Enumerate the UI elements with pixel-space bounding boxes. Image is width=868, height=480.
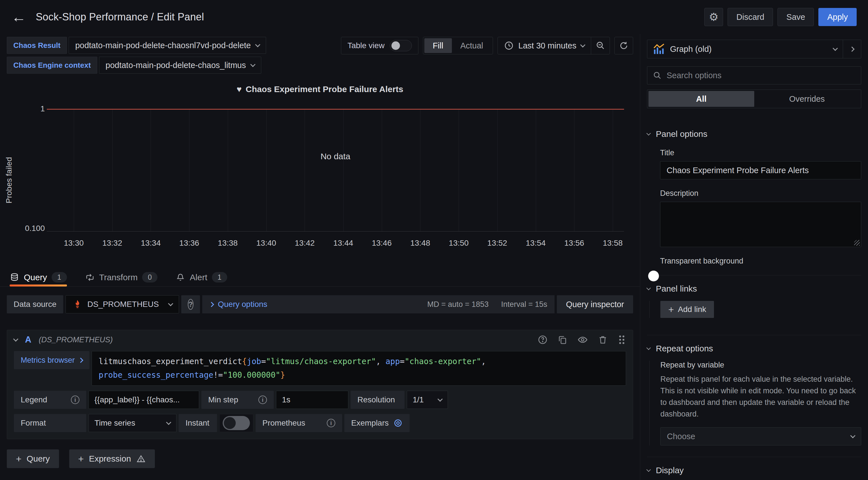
- metrics-browser-button[interactable]: Metrics browser: [14, 351, 89, 369]
- variable-value-dropdown[interactable]: podtato-main-pod-delete-chaosnl7vd-pod-d…: [69, 37, 266, 54]
- fill-actual-segmented: Fill Actual: [423, 37, 493, 55]
- y-axis-title: Probes failed: [4, 138, 13, 223]
- section-panel-options: Panel options Title Description Transpar…: [647, 121, 861, 266]
- chevron-right-icon: [849, 46, 855, 52]
- viz-suggestions-button[interactable]: [843, 40, 861, 58]
- chart-plot[interactable]: No data 13:3013:3213:3413:3613:3813:4013…: [47, 109, 624, 232]
- discard-button[interactable]: Discard: [727, 8, 773, 26]
- resolution-select[interactable]: 1/1: [407, 391, 448, 409]
- promql-expression-input[interactable]: litmuschaos_experiment_verdict{job="litm…: [92, 351, 626, 386]
- tab-transform[interactable]: Transform 0: [85, 268, 157, 286]
- add-expression-button[interactable]: + Expression: [69, 449, 155, 468]
- zoom-out-button[interactable]: [591, 37, 610, 54]
- controls-row: Chaos Result podtato-main-pod-delete-cha…: [0, 34, 640, 74]
- promql-code-line: probe_success_percentage!="100.000000"}: [99, 368, 619, 382]
- query-row-actions: [537, 334, 626, 345]
- chart-title: ♥Chaos Experiment Probe Failure Alerts: [0, 84, 640, 94]
- panel-title-input[interactable]: [660, 161, 861, 179]
- datasource-value: DS_PROMETHEUS: [87, 300, 159, 309]
- resize-handle[interactable]: [854, 240, 860, 246]
- refresh-button[interactable]: [614, 37, 633, 55]
- duplicate-query-icon[interactable]: [557, 335, 568, 345]
- section-display: Display Bars: [647, 457, 861, 480]
- drag-handle-icon[interactable]: [618, 334, 626, 345]
- options-search-box: [647, 66, 861, 84]
- help-icon[interactable]: [537, 335, 548, 345]
- table-view-toggle[interactable]: [390, 40, 412, 51]
- chevron-down-icon: [647, 467, 651, 472]
- time-range-picker[interactable]: Last 30 minutes: [498, 37, 591, 54]
- query-inspector-button[interactable]: Query inspector: [557, 295, 633, 313]
- repeat-options-body: Repeat by variable Repeat this panel for…: [649, 361, 861, 445]
- panel-options-body: Title Description Transparent background: [647, 148, 861, 266]
- datasource-help-button[interactable]: ?: [181, 295, 200, 313]
- actual-option[interactable]: Actual: [452, 38, 492, 53]
- filter-tab-overrides[interactable]: Overrides: [754, 91, 860, 107]
- options-search-input[interactable]: [666, 71, 856, 80]
- add-link-button[interactable]: + Add link: [660, 301, 714, 318]
- query-stats: MD = auto = 1853 Interval = 15s: [427, 300, 547, 309]
- filter-tab-all[interactable]: All: [648, 91, 754, 107]
- format-select[interactable]: Time series: [89, 414, 177, 432]
- tab-query[interactable]: Query 1: [10, 268, 67, 286]
- visualization-picker-row: Graph (old): [647, 40, 861, 58]
- legend-format-input[interactable]: [89, 391, 199, 409]
- chart-gridline: [613, 109, 613, 231]
- section-heading: Repeat options: [656, 344, 713, 353]
- legend-options-row: Legend i Min step i Resolution 1: [14, 391, 626, 409]
- toggle-visibility-icon[interactable]: [577, 334, 588, 345]
- collapse-chevron-icon[interactable]: [13, 336, 18, 341]
- add-link-label: Add link: [678, 305, 706, 314]
- repeat-options-header[interactable]: Repeat options: [647, 344, 861, 353]
- datasource-picker[interactable]: DS_PROMETHEUS: [65, 295, 179, 313]
- variable-value-dropdown[interactable]: podtato-main-pod-delete-chaos_litmus: [99, 57, 261, 74]
- variable-value-text: podtato-main-pod-delete-chaosnl7vd-pod-d…: [75, 41, 251, 50]
- grafana-panel-editor: ← Sock-Shop Performance / Edit Panel ⚙ D…: [0, 0, 868, 480]
- panel-toolbar: Table view Fill Actual Last 30 minutes: [341, 37, 633, 55]
- instant-toggle[interactable]: [223, 416, 250, 430]
- repeat-variable-select[interactable]: Choose: [660, 427, 861, 445]
- tab-count-badge: 0: [142, 272, 157, 282]
- repeat-by-variable-label: Repeat by variable: [660, 361, 861, 370]
- min-step-input[interactable]: [276, 391, 348, 409]
- promql-code-line: litmuschaos_experiment_verdict{job="litm…: [99, 355, 619, 368]
- x-axis-tick: 13:44: [333, 239, 353, 248]
- fill-option[interactable]: Fill: [424, 38, 452, 53]
- x-axis-tick: 13:52: [487, 239, 507, 248]
- bell-icon: [176, 273, 185, 282]
- datasource-row: Data source DS_PROMETHEUS ?: [7, 295, 633, 313]
- back-arrow-icon[interactable]: ←: [11, 10, 26, 24]
- y-axis-tick: 1: [13, 104, 45, 113]
- query-options-expander[interactable]: Query options: [210, 300, 267, 309]
- max-data-points-text: MD = auto = 1853: [427, 300, 489, 309]
- info-icon: i: [258, 396, 267, 404]
- exemplars-icon: [393, 418, 403, 428]
- time-range-text: Last 30 minutes: [518, 41, 577, 50]
- min-step-label: Min step: [208, 395, 238, 404]
- x-axis-tick: 13:46: [372, 239, 392, 248]
- display-header[interactable]: Display: [647, 466, 861, 475]
- chevron-down-icon: [255, 42, 260, 47]
- choose-placeholder: Choose: [667, 432, 695, 441]
- panel-links-header[interactable]: Panel links: [647, 284, 861, 294]
- tab-alert[interactable]: Alert 1: [176, 268, 227, 286]
- section-heading: Display: [656, 466, 684, 475]
- panel-options-header[interactable]: Panel options: [647, 129, 861, 139]
- visualization-picker[interactable]: Graph (old): [647, 40, 843, 58]
- database-icon: [10, 273, 19, 282]
- plus-icon: +: [78, 453, 84, 465]
- apply-button[interactable]: Apply: [818, 8, 857, 26]
- query-row-header[interactable]: A (DS_PROMETHEUS): [7, 330, 633, 349]
- panel-links-body: + Add link: [649, 301, 861, 318]
- save-button[interactable]: Save: [777, 8, 814, 26]
- panel-description-textarea[interactable]: [660, 202, 861, 247]
- add-query-button[interactable]: + Query: [7, 449, 59, 468]
- toggle-knob: [648, 271, 659, 281]
- variable-value-text: podtato-main-pod-delete-chaos_litmus: [105, 61, 246, 70]
- chevron-down-icon: [850, 433, 855, 438]
- transform-icon: [85, 273, 95, 282]
- options-filter-tabs: All Overrides: [647, 90, 861, 108]
- panel-settings-button[interactable]: ⚙: [704, 8, 723, 26]
- delete-query-icon[interactable]: [598, 335, 608, 345]
- exemplars-field[interactable]: Exemplars: [344, 414, 410, 432]
